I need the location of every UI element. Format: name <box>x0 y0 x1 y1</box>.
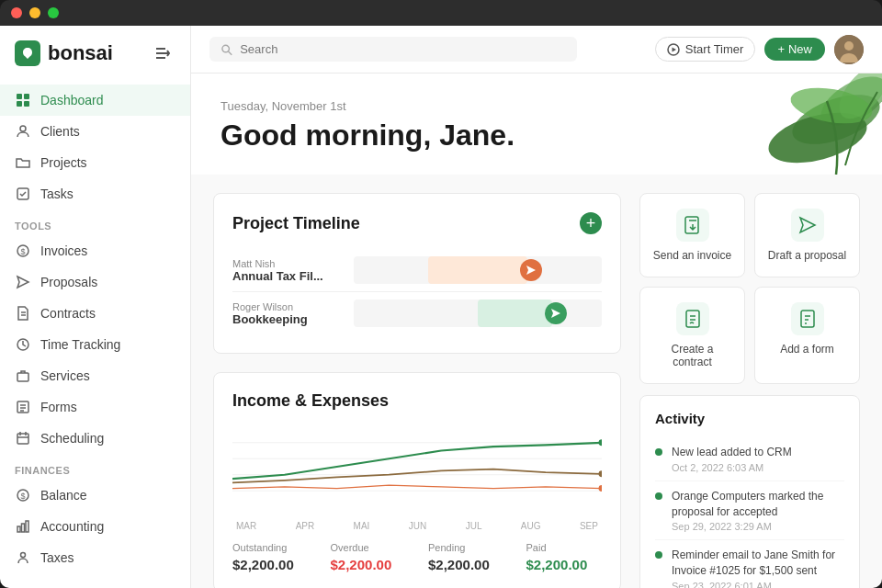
activity-item: Orange Computers marked the proposal for… <box>655 481 844 541</box>
sidebar-item-dashboard[interactable]: Dashboard <box>0 85 190 116</box>
activity-content: New lead added to CRM Oct 2, 2022 6:03 A… <box>672 445 792 473</box>
stat-outstanding-value: $2,200.00 <box>232 557 309 572</box>
activity-time: Oct 2, 2022 6:03 AM <box>672 462 792 473</box>
close-button[interactable] <box>11 7 22 18</box>
play-icon <box>667 43 680 56</box>
svg-point-29 <box>21 553 26 558</box>
sidebar-item-taxes[interactable]: Taxes <box>0 542 190 573</box>
create-contract-button[interactable]: Create a contract <box>639 287 745 384</box>
project-timeline-card: Project Timeline + Matt Nish Annual Tax … <box>213 193 621 354</box>
sidebar-item-clients[interactable]: Clients <box>0 116 190 147</box>
add-form-label: Add a form <box>780 343 834 356</box>
sidebar-item-time-tracking[interactable]: Time Tracking <box>0 329 190 360</box>
timeline-row: Matt Nish Annual Tax Fil... <box>232 249 602 292</box>
start-timer-button[interactable]: Start Timer <box>655 37 756 62</box>
avatar[interactable] <box>834 35 864 64</box>
send-invoice-button[interactable]: Send an invoice <box>639 193 745 277</box>
timeline-info: Matt Nish Annual Tax Fil... <box>232 258 343 283</box>
logo-icon <box>15 40 40 66</box>
search-box[interactable] <box>209 37 577 62</box>
svg-rect-5 <box>17 101 22 107</box>
income-card-header: Income & Expenses <box>232 391 602 411</box>
timeline-bar-fill-2 <box>478 300 552 327</box>
proposal-icon <box>791 209 824 242</box>
section-tools-label: Tools <box>0 209 190 235</box>
sidebar-item-contracts[interactable]: Contracts <box>0 298 190 329</box>
topbar-actions: Start Timer + New <box>655 35 864 64</box>
add-form-button[interactable]: Add a form <box>754 287 860 384</box>
activity-dot <box>655 551 662 559</box>
main-content: Start Timer + New Tuesday, November 1st <box>191 26 882 588</box>
svg-rect-3 <box>17 94 22 99</box>
activity-content: Orange Computers marked the proposal for… <box>672 489 844 533</box>
sidebar-item-proposals[interactable]: Proposals <box>0 266 190 298</box>
timeline-person-name: Roger Wilson <box>232 301 343 312</box>
sidebar-item-scheduling[interactable]: Scheduling <box>0 423 190 454</box>
activity-dot <box>655 448 662 456</box>
stat-overdue-label: Overdue <box>331 542 407 553</box>
sidebar-item-label: Tasks <box>40 187 74 201</box>
create-contract-label: Create a contract <box>651 343 733 368</box>
sidebar-item-label: Taxes <box>40 550 74 565</box>
sidebar-item-services[interactable]: Services <box>0 360 190 391</box>
timeline-info: Roger Wilson Bookkeeping <box>232 301 343 326</box>
project-timeline-title: Project Timeline <box>232 214 360 233</box>
sidebar-item-forms[interactable]: Forms <box>0 391 190 423</box>
sidebar-item-invoices[interactable]: $ Invoices <box>0 235 190 266</box>
chart-labels: MAR APR MAI JUN JUL AUG SEP <box>232 521 602 531</box>
svg-rect-53 <box>686 311 699 327</box>
add-timeline-button[interactable]: + <box>580 212 602 234</box>
sidebar-item-label: Balance <box>40 488 87 503</box>
quick-actions: Send an invoice Draft a proposal <box>639 193 860 384</box>
stat-paid: Paid $2,200.00 <box>526 542 603 572</box>
sidebar: bonsai Dashboard <box>0 26 191 588</box>
sidebar-item-label: Invoices <box>40 243 87 258</box>
form-icon <box>791 302 824 335</box>
income-title: Income & Expenses <box>232 391 389 411</box>
card-header: Project Timeline + <box>232 212 602 234</box>
svg-rect-50 <box>685 217 698 233</box>
svg-rect-15 <box>17 373 28 381</box>
svg-text:$: $ <box>21 492 26 501</box>
sidebar-item-balance[interactable]: $ Balance <box>0 480 190 511</box>
maximize-button[interactable] <box>48 7 59 18</box>
income-expenses-card: Income & Expenses <box>213 372 621 588</box>
timeline-bar-fill <box>428 256 527 284</box>
sidebar-item-tasks[interactable]: Tasks <box>0 178 190 209</box>
new-button[interactable]: + New <box>764 38 825 61</box>
sidebar-item-label: Projects <box>40 155 87 170</box>
left-column: Project Timeline + Matt Nish Annual Tax … <box>213 193 621 588</box>
minimize-button[interactable] <box>29 7 40 18</box>
svg-marker-33 <box>672 47 676 51</box>
avatar-image <box>834 35 864 64</box>
stat-outstanding: Outstanding $2,200.00 <box>232 542 309 572</box>
stat-paid-label: Paid <box>526 542 603 553</box>
activity-time: Sep 29, 2022 3:29 AM <box>672 521 844 532</box>
svg-rect-20 <box>17 434 28 444</box>
stat-overdue-value: $2,200.00 <box>331 557 407 572</box>
content-area: Tuesday, November 1st Good morning, Jane… <box>191 74 882 588</box>
sidebar-item-label: Forms <box>40 400 77 414</box>
svg-rect-56 <box>801 311 814 327</box>
sidebar-item-accounting[interactable]: Accounting <box>0 511 190 542</box>
draft-proposal-button[interactable]: Draft a proposal <box>754 193 860 277</box>
list-icon <box>15 399 31 415</box>
svg-point-30 <box>222 45 230 52</box>
stat-overdue: Overdue $2,200.00 <box>331 542 407 572</box>
search-input[interactable] <box>240 42 566 56</box>
sidebar-item-label: Accounting <box>40 519 104 534</box>
invoice-icon <box>676 209 709 242</box>
stat-pending-label: Pending <box>428 542 504 553</box>
timeline-bar-area-2 <box>354 300 602 327</box>
dashboard-grid: Project Timeline + Matt Nish Annual Tax … <box>191 175 882 588</box>
activity-text: Reminder email to Jane Smith for Invoice… <box>672 548 844 579</box>
clock-icon <box>15 336 31 353</box>
svg-marker-11 <box>17 277 28 288</box>
svg-rect-6 <box>24 101 29 107</box>
section-finances-label: Finances <box>0 454 190 480</box>
sidebar-collapse-button[interactable] <box>150 40 175 66</box>
timeline-bar-area <box>354 256 602 284</box>
draft-proposal-label: Draft a proposal <box>768 249 846 262</box>
sidebar-item-projects[interactable]: Projects <box>0 147 190 178</box>
svg-point-48 <box>599 470 602 477</box>
